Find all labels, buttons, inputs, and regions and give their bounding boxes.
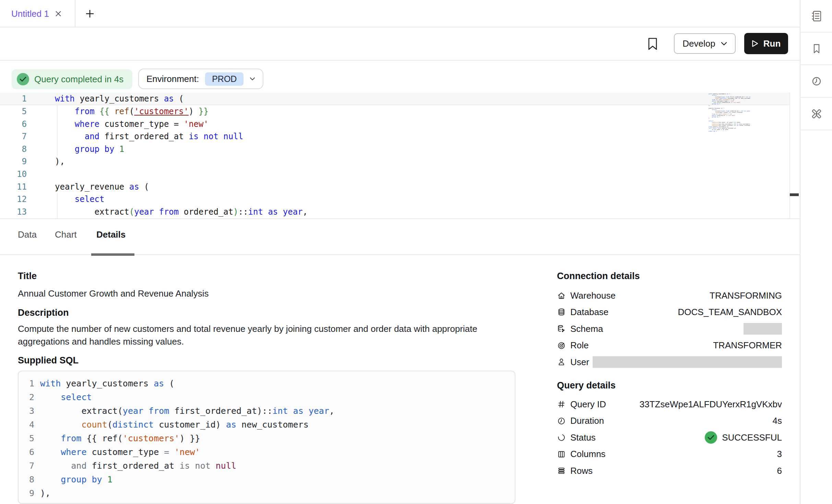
develop-dropdown[interactable]: Develop: [674, 33, 736, 54]
result-tab-chart[interactable]: Chart: [55, 229, 77, 240]
row-value: TRANSFORMING: [710, 290, 782, 301]
editor-minimap[interactable]: with yearly_customers as ( select extrac…: [709, 93, 750, 133]
columns-row: Columns3: [557, 446, 782, 463]
row-value: SUCCESSFUL: [722, 432, 782, 443]
row-label: Role: [570, 340, 589, 351]
row-value: 33TZseWpe1ALFDUYerxR1gVKxbv: [640, 399, 782, 410]
line-number: 7: [19, 459, 34, 473]
line-number: 9: [19, 487, 34, 500]
bookmark-button[interactable]: [643, 35, 662, 53]
redacted-value: [593, 356, 782, 368]
sql-block-line: 3 extract(year from first_ordered_at)::i…: [19, 404, 515, 418]
row-label: Schema: [570, 324, 603, 334]
database-icon: [557, 308, 566, 317]
sql-block-line: 9),: [19, 487, 515, 500]
sql-block-line: 1with yearly_customers as (: [19, 377, 515, 391]
bookmark-icon: [810, 42, 823, 56]
sidebar-button-notebook[interactable]: [800, 0, 832, 33]
query-status-text: Query completed in 4s: [34, 74, 123, 85]
sql-block-line: 2 select: [19, 391, 515, 404]
editor-line[interactable]: 1with yearly_customers as (: [0, 93, 789, 105]
run-label: Run: [763, 38, 781, 49]
line-number: 1: [0, 93, 27, 105]
sql-block-line: 6 where customer_type = 'new': [19, 445, 515, 459]
environment-selector[interactable]: Environment: PROD: [138, 69, 263, 89]
file-tab-title: Untitled 1: [11, 9, 49, 19]
close-icon[interactable]: [55, 10, 62, 17]
line-number: 8: [19, 473, 34, 487]
description-heading: Description: [18, 308, 69, 318]
query-id-row: Query ID33TZseWpe1ALFDUYerxR1gVKxbv: [557, 396, 782, 412]
editor-line[interactable]: 13 extract(year from ordered_at)::int as…: [0, 206, 789, 218]
rows-icon: [557, 466, 566, 475]
columns-icon: [557, 450, 566, 459]
editor-line[interactable]: 6 where customer_type = 'new': [0, 118, 789, 131]
editor-line[interactable]: 11yearly_revenue as (: [0, 181, 789, 193]
editor-line[interactable]: 9),: [0, 155, 789, 168]
result-tab-details[interactable]: Details: [96, 229, 126, 240]
row-value: 4s: [773, 416, 782, 426]
copilot-icon: [810, 107, 823, 121]
sidebar-button-history[interactable]: [800, 65, 832, 98]
editor-line[interactable]: 10: [0, 168, 789, 181]
line-number: 10: [0, 168, 27, 181]
row-label: User: [570, 357, 589, 368]
result-tab-data[interactable]: Data: [18, 229, 37, 240]
duration-icon: [557, 417, 566, 425]
sql-block-line: 5 from {{ ref('customers') }}: [19, 432, 515, 445]
row-value: DOCS_TEAM_SANDBOX: [678, 307, 782, 317]
editor-scrollbar[interactable]: [789, 93, 799, 218]
new-tab-button[interactable]: [81, 5, 99, 23]
code-text: ),: [27, 155, 789, 168]
line-number: 10: [19, 500, 34, 504]
code-text: select: [34, 391, 515, 404]
row-label: Database: [570, 307, 608, 317]
plus-icon: [85, 9, 95, 19]
editor-line[interactable]: 5 from {{ ref('customers') }}: [0, 105, 789, 118]
right-icon-sidebar: [800, 0, 832, 504]
database-row: DatabaseDOCS_TEAM_SANDBOX: [557, 304, 782, 321]
sql-block-line: 4 count(distinct customer_id) as new_cus…: [19, 418, 515, 432]
sql-block-line: 10: [19, 500, 515, 504]
line-number: 2: [19, 391, 34, 404]
row-value: 6: [777, 466, 782, 476]
ide-window: Untitled 1 Develop Run Q: [0, 0, 832, 504]
code-text: and first_ordered_at is not null: [27, 130, 789, 143]
editor-line[interactable]: 8 group by 1: [0, 143, 789, 156]
run-button[interactable]: Run: [744, 33, 788, 54]
sql-editor[interactable]: 1with yearly_customers as (5 from {{ ref…: [0, 93, 789, 218]
connection-details-heading: Connection details: [557, 271, 782, 281]
code-text: extract(year from first_ordered_at)::int…: [34, 404, 515, 418]
code-text: with yearly_customers as (: [34, 377, 515, 391]
status-row: StatusSUCCESSFUL: [557, 429, 782, 446]
editor-line[interactable]: 12 select: [0, 193, 789, 206]
file-tab-untitled-1[interactable]: Untitled 1: [0, 0, 75, 27]
rows-row: Rows6: [557, 463, 782, 479]
code-text: group by 1: [27, 143, 789, 156]
check-icon: [705, 431, 717, 444]
code-text: extract(year from ordered_at)::int as ye…: [27, 206, 789, 218]
status-value: SUCCESSFUL: [705, 431, 782, 444]
sidebar-button-bookmark[interactable]: [800, 33, 832, 65]
row-value: 3: [777, 449, 782, 459]
duration-row: Duration4s: [557, 413, 782, 429]
query-details-heading: Query details: [557, 380, 782, 391]
row-label: Rows: [570, 466, 593, 476]
role-icon: [557, 341, 566, 350]
minimap-line: order by 1: [709, 130, 750, 132]
line-number: 5: [19, 432, 34, 445]
code-text: from {{ ref('customers') }}: [34, 432, 515, 445]
notebook-icon: [810, 9, 823, 23]
warehouse-row: WarehouseTRANSFORMING: [557, 287, 782, 304]
sidebar-button-copilot[interactable]: [800, 98, 832, 130]
code-text: group by 1: [34, 473, 515, 487]
environment-label: Environment:: [146, 74, 199, 84]
editor-scrollbar-thumb[interactable]: [790, 193, 799, 196]
check-icon: [17, 73, 29, 85]
line-number: 12: [0, 193, 27, 206]
line-number: 6: [19, 445, 34, 459]
query-status-badge: Query completed in 4s: [12, 69, 132, 89]
editor-line[interactable]: 7 and first_ordered_at is not null: [0, 130, 789, 143]
code-text: with yearly_customers as (: [27, 93, 789, 105]
code-text: select: [27, 193, 789, 206]
